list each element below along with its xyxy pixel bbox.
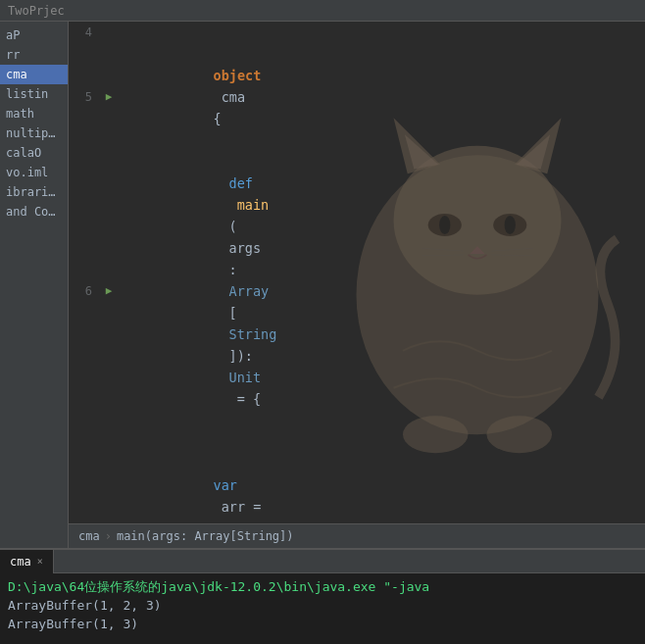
top-bar: TwoPrjec xyxy=(0,0,645,22)
sidebar-item-calaO[interactable]: calaO xyxy=(0,143,68,163)
sidebar-item-rr[interactable]: rr xyxy=(0,45,68,65)
line-num-6: 6 xyxy=(69,280,100,302)
sidebar-item-nultiplicа[interactable]: nultiplicа xyxy=(0,124,68,143)
run-icon-5[interactable]: ▶ xyxy=(106,86,113,108)
bottom-tab-cma[interactable]: cma × xyxy=(0,550,54,573)
sidebar-item-andcons[interactable]: and Cons xyxy=(0,202,68,222)
tab-close-icon[interactable]: × xyxy=(37,556,43,567)
terminal-line-3: ArrayBuffer(1, 3) xyxy=(8,615,637,633)
bottom-content: D:\java\64位操作系统的java\jdk-12.0.2\bin\java… xyxy=(0,573,645,644)
svg-point-9 xyxy=(505,216,516,234)
line-marker-5: ▶ xyxy=(100,86,118,108)
terminal-line-2: ArrayBuffer(1, 2, 3) xyxy=(8,596,637,615)
sidebar-item-math[interactable]: math xyxy=(0,104,68,124)
kw-object: object xyxy=(214,68,262,83)
terminal-line-1: D:\java\64位操作系统的java\jdk-12.0.2\bin\java… xyxy=(8,577,637,596)
kw-var: var xyxy=(214,477,237,493)
bottom-tabs: cma × xyxy=(0,550,645,573)
line-content-6: def main ( args : Array [ String ]): Uni… xyxy=(133,151,276,431)
bottom-tab-label: cma xyxy=(10,555,31,569)
breadcrumb-method: main(args: Array[String]) xyxy=(117,529,294,543)
sidebar-item-voixml[interactable]: vo.iml xyxy=(0,163,68,182)
breadcrumb-sep: › xyxy=(105,529,112,543)
breadcrumb-file: cma xyxy=(78,529,100,543)
line-marker-6: ▶ xyxy=(100,280,118,302)
kw-def: def xyxy=(229,175,253,191)
sidebar-item-libraries[interactable]: ibraries xyxy=(0,182,68,202)
project-title: TwoPrjec xyxy=(8,4,65,18)
sidebar-item-aP[interactable]: aP xyxy=(0,25,68,45)
bottom-panel: cma × D:\java\64位操作系统的java\jdk-12.0.2\bi… xyxy=(0,548,645,644)
run-icon-6[interactable]: ▶ xyxy=(106,280,113,302)
code-line-4: 4 xyxy=(69,22,645,43)
sidebar-item-listin[interactable]: listin xyxy=(0,84,68,104)
cat-watermark xyxy=(273,61,645,482)
line-num-4: 4 xyxy=(69,22,100,43)
svg-point-15 xyxy=(403,416,469,453)
main-layout: aP rr cma listin math nultiplicа calaO v… xyxy=(0,22,645,548)
sidebar-item-cma[interactable]: cma xyxy=(0,65,68,84)
svg-point-16 xyxy=(487,416,553,453)
svg-point-8 xyxy=(439,216,450,234)
breadcrumb-bar: cma › main(args: Array[String]) xyxy=(69,523,645,548)
line-num-5: 5 xyxy=(69,86,100,108)
line-content-5: object cma { xyxy=(118,43,261,151)
sidebar: aP rr cma listin math nultiplicа calaO v… xyxy=(0,22,69,548)
